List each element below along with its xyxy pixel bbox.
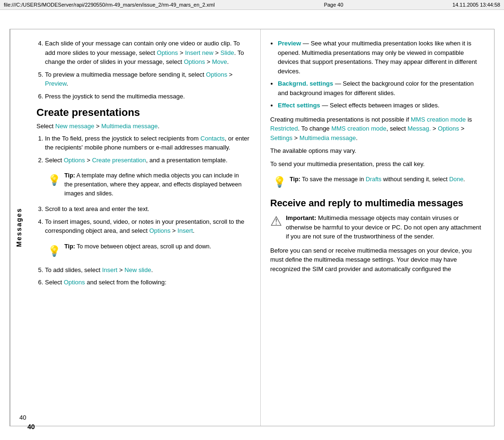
timestamp: 14.11.2005 13:44:58 bbox=[452, 2, 500, 8]
before-para: Before you can send or receive multimedi… bbox=[270, 246, 485, 274]
multimedia-message-link-2[interactable]: Multimedia message bbox=[300, 134, 356, 141]
tip-icon-right: 💡 bbox=[273, 176, 286, 188]
multimedia-message-link[interactable]: Multimedia message bbox=[101, 123, 158, 130]
effect-settings-link[interactable]: Effect settings bbox=[278, 102, 320, 109]
side-tab: Messages bbox=[10, 29, 27, 426]
right-col: Preview — See what your multimedia prese… bbox=[261, 29, 494, 426]
list-item-5: To preview a multimedia message before s… bbox=[45, 70, 251, 88]
new-message-link[interactable]: New message bbox=[55, 123, 94, 130]
send-para: To send your multimedia presentation, pr… bbox=[270, 159, 485, 169]
tip-text-1: Tip: A template may define which media o… bbox=[64, 171, 248, 198]
preview-option-link[interactable]: Preview bbox=[278, 40, 301, 47]
page-number: 40 bbox=[19, 414, 26, 421]
tip-box-right: 💡 Tip: To save the message in Drafts wit… bbox=[270, 172, 485, 191]
options-link-1[interactable]: Options bbox=[157, 49, 178, 56]
create-step-2: Select Options > Create presentation, an… bbox=[45, 156, 251, 201]
page-wrapper: Messages Each slide of your message can … bbox=[9, 29, 495, 426]
list-item-4: Each slide of your message can contain o… bbox=[45, 39, 251, 67]
tip-box-2: 💡 Tip: To move between object areas, scr… bbox=[45, 239, 251, 262]
option-preview: Preview — See what your multimedia prese… bbox=[278, 39, 485, 76]
new-slide-link[interactable]: New slide bbox=[124, 266, 151, 273]
options-link-2[interactable]: Options bbox=[184, 58, 205, 65]
insert-link-2[interactable]: Insert bbox=[102, 266, 118, 273]
create-presentations-intro: Select New message > Multimedia message. bbox=[36, 122, 251, 131]
tip-text-right: Tip: To save the message in Drafts witho… bbox=[290, 175, 465, 184]
messag-link[interactable]: Messag. bbox=[407, 125, 431, 132]
tip-text-2: Tip: To move between object areas, scrol… bbox=[64, 242, 211, 251]
options-link-4[interactable]: Options bbox=[64, 157, 85, 164]
mms-creation-mode-link-2[interactable]: MMS creation mode bbox=[331, 125, 386, 132]
available-options-para: The available options may vary. bbox=[270, 146, 485, 156]
continuing-list: Each slide of your message can contain o… bbox=[45, 39, 251, 101]
page-number-fixed: 40 bbox=[27, 423, 35, 431]
option-effect-settings: Effect settings — Select effects between… bbox=[278, 101, 485, 110]
receive-reply-heading: Receive and reply to multimedia messages bbox=[270, 198, 485, 209]
create-step-1: In the To field, press the joystick to s… bbox=[45, 134, 251, 152]
create-step-3: Scroll to a text area and enter the text… bbox=[45, 204, 251, 214]
settings-link[interactable]: Settings bbox=[270, 134, 292, 141]
file-path: file:///C:/USERS/MODEServer/rapi/2290550… bbox=[4, 2, 215, 8]
important-box: ⚠ Important: Multimedia message objects … bbox=[270, 213, 485, 241]
content-area: Each slide of your message can contain o… bbox=[27, 29, 494, 426]
mms-creation-para: Creating multimedia presentations is not… bbox=[270, 115, 485, 143]
move-link[interactable]: Move bbox=[212, 58, 227, 65]
backgrnd-settings-link[interactable]: Backgrnd. settings bbox=[278, 80, 333, 87]
top-bar: file:///C:/USERS/MODEServer/rapi/2290550… bbox=[0, 0, 504, 10]
left-col: Each slide of your message can contain o… bbox=[27, 29, 261, 426]
create-steps-list: In the To field, press the joystick to s… bbox=[45, 134, 251, 287]
create-presentation-link[interactable]: Create presentation bbox=[92, 157, 146, 164]
drafts-link[interactable]: Drafts bbox=[366, 176, 381, 183]
create-step-5: To add slides, select Insert > New slide… bbox=[45, 265, 251, 275]
options-link-6[interactable]: Options bbox=[64, 279, 85, 286]
options-link-r1[interactable]: Options bbox=[438, 125, 459, 132]
options-link-3[interactable]: Options bbox=[206, 71, 227, 78]
preview-link-1[interactable]: Preview bbox=[45, 80, 67, 87]
tip-icon-2: 💡 bbox=[48, 243, 61, 259]
restricted-link[interactable]: Restricted bbox=[270, 125, 298, 132]
important-label: Important: bbox=[286, 214, 316, 221]
create-step-4: To insert images, sound, video, or notes… bbox=[45, 217, 251, 262]
create-presentations-heading: Create presentations bbox=[36, 106, 251, 119]
mms-creation-mode-link-1[interactable]: MMS creation mode bbox=[411, 116, 466, 123]
options-list: Preview — See what your multimedia prese… bbox=[278, 39, 485, 110]
page-label: Page 40 bbox=[324, 2, 343, 8]
list-item-6: Press the joystick to send the multimedi… bbox=[45, 92, 251, 101]
insert-new-link[interactable]: Insert new bbox=[185, 49, 213, 56]
tip-icon-1: 💡 bbox=[48, 172, 61, 188]
important-text: Important: Multimedia message objects ma… bbox=[286, 213, 485, 241]
insert-link[interactable]: Insert bbox=[177, 227, 193, 234]
tip-box-1: 💡 Tip: A template may define which media… bbox=[45, 168, 251, 201]
option-backgrnd: Backgrnd. settings — Select the backgrou… bbox=[278, 79, 485, 97]
options-link-5[interactable]: Options bbox=[149, 227, 170, 234]
done-link[interactable]: Done bbox=[449, 176, 463, 183]
slide-link[interactable]: Slide bbox=[221, 49, 234, 56]
contacts-link[interactable]: Contacts bbox=[201, 135, 225, 142]
create-step-6: Select Options and select from the follo… bbox=[45, 278, 251, 287]
important-icon: ⚠ bbox=[270, 213, 282, 229]
